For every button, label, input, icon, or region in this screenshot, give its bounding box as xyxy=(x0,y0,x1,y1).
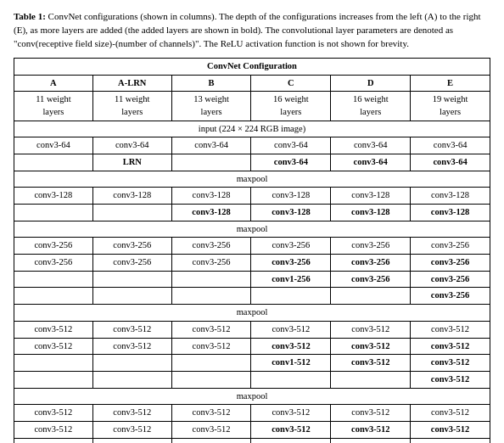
col-sub-d: 16 weightlayers xyxy=(331,92,411,121)
cell: conv3-256 xyxy=(92,255,171,272)
table-row: conv3-512 conv3-512 conv3-512 conv3-512 … xyxy=(14,421,490,438)
caption-label: Table 1: xyxy=(14,11,46,21)
cell: conv3-256 xyxy=(331,238,411,255)
cell: conv3-128 xyxy=(411,205,490,222)
convnet-table: ConvNet Configuration A A-LRN B C D E 11… xyxy=(14,58,490,443)
cell xyxy=(92,355,171,372)
cell: conv3-512 xyxy=(92,421,171,438)
cell: conv3-512 xyxy=(411,321,490,338)
cell: conv3-256 xyxy=(411,271,490,288)
cell: conv3-512 xyxy=(171,338,251,355)
cell: conv3-512 xyxy=(331,355,411,372)
cell: conv3-512 xyxy=(251,338,331,355)
cell: conv3-64 xyxy=(411,154,490,171)
cell: conv3-256 xyxy=(411,288,490,305)
col-header-b: B xyxy=(171,75,251,92)
cell: conv3-256 xyxy=(411,255,490,272)
maxpool-label: maxpool xyxy=(14,305,490,322)
cell xyxy=(171,288,251,305)
cell xyxy=(92,371,171,388)
cell: conv1-256 xyxy=(251,271,331,288)
cell: conv3-128 xyxy=(331,188,411,205)
col-sub-alrn: 11 weightlayers xyxy=(92,92,171,121)
cell xyxy=(92,205,171,222)
cell: conv3-64 xyxy=(171,137,251,154)
cell xyxy=(251,288,331,305)
cell: conv3-512 xyxy=(411,338,490,355)
cell: conv3-512 xyxy=(331,321,411,338)
cell: conv3-512 xyxy=(411,421,490,438)
maxpool-row-1: maxpool xyxy=(14,171,490,188)
cell xyxy=(14,205,93,222)
cell: conv3-256 xyxy=(171,238,251,255)
cell xyxy=(14,371,93,388)
cell xyxy=(331,288,411,305)
cell: conv3-64 xyxy=(331,154,411,171)
cell xyxy=(92,271,171,288)
cell: conv3-512 xyxy=(251,421,331,438)
cell: conv3-64 xyxy=(251,154,331,171)
cell: conv3-512 xyxy=(411,355,490,372)
maxpool-row-3: maxpool xyxy=(14,305,490,322)
cell: conv3-512 xyxy=(251,405,331,422)
cell xyxy=(171,154,251,171)
input-label: input (224 × 224 RGB image) xyxy=(14,121,490,137)
cell xyxy=(171,438,251,443)
cell: conv3-512 xyxy=(171,405,251,422)
cell: conv3-64 xyxy=(331,137,411,154)
cell: conv3-64 xyxy=(92,137,171,154)
cell: conv3-256 xyxy=(171,255,251,272)
cell: conv3-512 xyxy=(171,421,251,438)
cell: conv3-256 xyxy=(331,255,411,272)
cell xyxy=(331,371,411,388)
table-row: conv1-512 conv3-512 conv3-512 xyxy=(14,355,490,372)
table-row: conv1-512 conv3-512 conv3-512 xyxy=(14,438,490,443)
cell xyxy=(14,438,93,443)
main-header: ConvNet Configuration xyxy=(14,58,490,75)
cell: conv3-128 xyxy=(171,188,251,205)
table-row: conv3-128 conv3-128 conv3-128 conv3-128 xyxy=(14,205,490,222)
cell: conv3-128 xyxy=(92,188,171,205)
cell: conv3-512 xyxy=(411,438,490,443)
col-sub-e: 19 weightlayers xyxy=(411,92,490,121)
cell xyxy=(171,371,251,388)
col-sub-b: 13 weightlayers xyxy=(171,92,251,121)
col-header-e: E xyxy=(411,75,490,92)
maxpool-label: maxpool xyxy=(14,388,490,405)
cell: conv3-128 xyxy=(331,205,411,222)
table-row: conv3-512 xyxy=(14,371,490,388)
cell: conv1-512 xyxy=(251,438,331,443)
maxpool-row-2: maxpool xyxy=(14,221,490,238)
cell: conv3-512 xyxy=(331,405,411,422)
cell: conv3-256 xyxy=(92,238,171,255)
cell: conv3-512 xyxy=(14,338,93,355)
cell: conv3-512 xyxy=(92,338,171,355)
cell: conv3-512 xyxy=(92,405,171,422)
maxpool-label: maxpool xyxy=(14,171,490,188)
cell: conv3-128 xyxy=(411,188,490,205)
cell: conv3-128 xyxy=(14,188,93,205)
cell: conv3-256 xyxy=(14,255,93,272)
cell: conv3-256 xyxy=(251,255,331,272)
table-row: conv3-256 conv3-256 conv3-256 conv3-256 … xyxy=(14,255,490,272)
input-row: input (224 × 224 RGB image) xyxy=(14,121,490,137)
cell xyxy=(251,371,331,388)
cell: conv3-512 xyxy=(14,421,93,438)
cell xyxy=(14,271,93,288)
table-caption: Table 1: ConvNet configurations (shown i… xyxy=(14,10,490,51)
cell: conv3-128 xyxy=(171,205,251,222)
cell: conv3-512 xyxy=(411,371,490,388)
cell: conv3-512 xyxy=(331,438,411,443)
cell xyxy=(92,288,171,305)
cell xyxy=(14,288,93,305)
cell: conv3-256 xyxy=(331,271,411,288)
cell: conv1-512 xyxy=(251,355,331,372)
table-row: conv3-64 conv3-64 conv3-64 conv3-64 conv… xyxy=(14,137,490,154)
cell: conv3-512 xyxy=(331,421,411,438)
cell: conv3-512 xyxy=(411,405,490,422)
table-row: conv3-256 conv3-256 conv3-256 conv3-256 … xyxy=(14,238,490,255)
cell xyxy=(14,154,93,171)
cell: conv3-512 xyxy=(14,321,93,338)
table-row: conv3-512 conv3-512 conv3-512 conv3-512 … xyxy=(14,405,490,422)
cell: conv3-512 xyxy=(171,321,251,338)
